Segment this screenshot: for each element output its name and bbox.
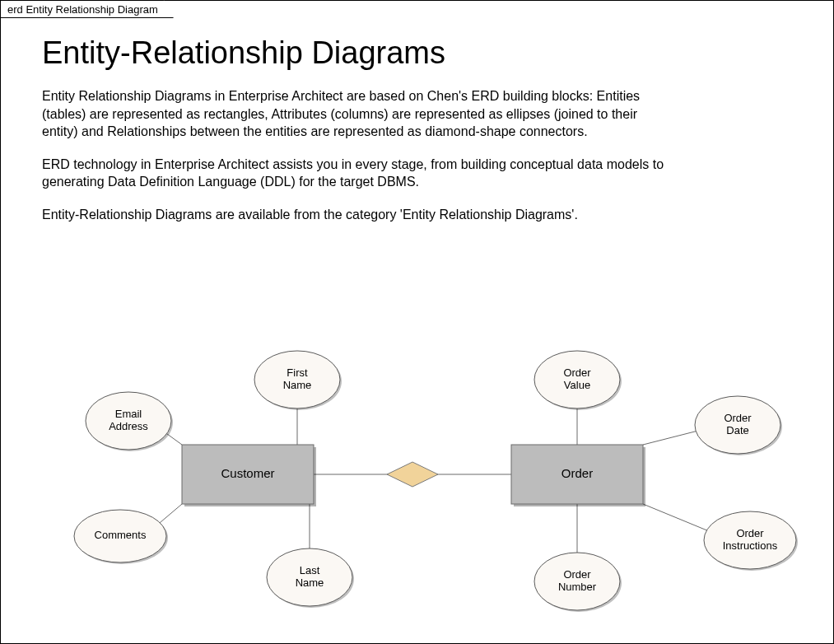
attribute-label-last_name-0: Last <box>300 564 320 576</box>
attribute-label-email-1: Address <box>109 420 148 432</box>
intro-paragraph-2: ERD technology in Enterprise Architect a… <box>42 156 676 191</box>
diagram-frame: erd Entity Relationship Diagram Entity-R… <box>0 0 834 644</box>
relationship-diamond[interactable] <box>387 462 438 487</box>
attribute-label-order_date-0: Order <box>724 412 752 424</box>
attribute-label-order_instr-0: Order <box>736 527 764 539</box>
diagram-tab-label: erd Entity Relationship Diagram <box>7 3 158 16</box>
attribute-label-first_name-0: First <box>287 366 308 379</box>
intro-paragraph-1: Entity Relationship Diagrams in Enterpri… <box>42 87 676 141</box>
attribute-label-last_name-1: Name <box>296 576 324 589</box>
content-area: Entity-Relationship Diagrams Entity Rela… <box>42 35 792 239</box>
attribute-label-order_number-1: Number <box>558 581 597 593</box>
attribute-label-order_value-1: Value <box>564 379 590 391</box>
erd-diagram: CustomerOrderFirstNameEmailAddressCommen… <box>1 322 834 644</box>
attribute-label-email-0: Email <box>115 408 142 420</box>
attribute-label-order_date-1: Date <box>726 424 748 436</box>
entity-label-order: Order <box>561 466 593 480</box>
attribute-label-comments-0: Comments <box>95 529 147 541</box>
attribute-label-first_name-1: Name <box>283 379 312 391</box>
attribute-label-order_value-0: Order <box>563 366 591 379</box>
connector-order_instr <box>643 504 711 532</box>
attribute-label-order_instr-1: Instructions <box>723 539 778 552</box>
intro-paragraph-3: Entity-Relationship Diagrams are availab… <box>42 206 676 224</box>
connector-comments <box>157 504 182 525</box>
page-title: Entity-Relationship Diagrams <box>42 35 792 71</box>
attribute-label-order_number-0: Order <box>563 568 591 581</box>
connector-order_date <box>643 430 700 445</box>
entity-label-customer: Customer <box>221 466 274 480</box>
diagram-tab: erd Entity Relationship Diagram <box>0 0 174 18</box>
